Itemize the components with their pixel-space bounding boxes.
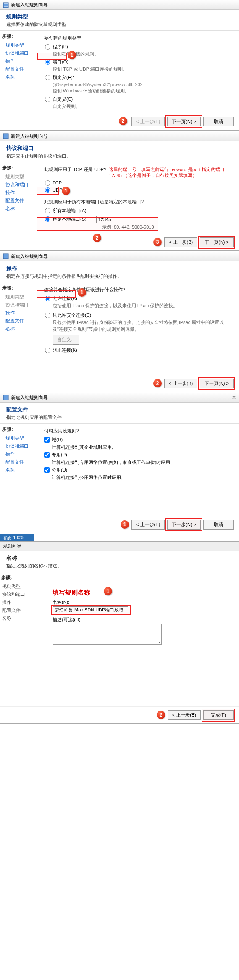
close-icon[interactable]: ✕ xyxy=(232,395,236,400)
wizard-panel-protocol-port: 新建入站规则向导 协议和端口 指定应用此规则的协议和端口。 步骤: 规则类型 协… xyxy=(0,132,239,251)
annot-badge-1: 1 xyxy=(78,288,86,297)
annot-badge-2: 2 xyxy=(119,117,127,125)
page-title: 名称 xyxy=(6,554,233,562)
titlebar: 规则向导 xyxy=(0,542,239,551)
checkbox-domain[interactable] xyxy=(44,437,50,443)
steps-sidebar: 步骤: 规则类型 协议和端口 操作 配置文件 名称 xyxy=(0,424,38,516)
next-button[interactable]: 下一页(N) > xyxy=(200,237,234,247)
back-button[interactable]: < 上一步(B) xyxy=(131,520,165,530)
page-title: 规则类型 xyxy=(6,13,233,21)
cancel-button[interactable]: 取消 xyxy=(203,520,234,530)
question: 要创建的规则类型 xyxy=(44,35,233,41)
step-profile: 配置文件 xyxy=(2,458,36,466)
annot-badge-2: 2 xyxy=(93,234,101,242)
annot-badge-2: 2 xyxy=(157,711,165,719)
checkbox-private[interactable] xyxy=(44,452,50,458)
radio-program[interactable] xyxy=(45,44,50,50)
opt-block[interactable]: 阻止连接(K) xyxy=(45,347,233,353)
steps-header: 步骤: xyxy=(1,574,33,581)
cancel-button[interactable]: 取消 xyxy=(203,117,234,126)
step-proto-port: 协议和端口 xyxy=(2,49,36,57)
svg-rect-1 xyxy=(3,134,8,139)
titlebar: 新建入站规则向导 ✕ xyxy=(0,393,239,403)
next-button[interactable]: 下一页(N) > xyxy=(200,379,234,388)
page-subtitle: 指定此规则应用的配置文件 xyxy=(6,414,233,421)
step-action: 操作 xyxy=(2,189,36,197)
step-action: 操作 xyxy=(1,598,33,606)
back-button[interactable]: < 上一步(B) xyxy=(168,710,201,720)
steps-sidebar: 步骤: 规则类型 协议和端口 操作 配置文件 名称 xyxy=(0,572,34,706)
steps-sidebar: 步骤: 规则类型 协议和端口 操作 配置文件 名称 xyxy=(0,282,38,375)
chk-private[interactable]: 专用(P) xyxy=(44,452,233,458)
radio-spec-ports[interactable] xyxy=(45,216,50,222)
desc-secure: 只包括使用 IPsec 进行身份验证的连接。连接的安全性将依照 IPsec 属性… xyxy=(53,319,233,332)
opt-program[interactable]: 程序(P) xyxy=(45,44,233,50)
next-button[interactable]: 下一页(N) > xyxy=(167,117,201,126)
wizard-panel-name: 规则向导 名称 指定此规则的名称和描述。 步骤: 规则类型 协议和端口 操作 配… xyxy=(0,541,239,724)
opt-predef[interactable]: 预定义(E): xyxy=(45,74,233,81)
radio-all-ports[interactable] xyxy=(45,208,50,213)
radio-predef[interactable] xyxy=(45,75,50,80)
step-proto-port: 协议和端口 xyxy=(2,181,36,189)
zoom-status: 缩放: 100% xyxy=(0,534,34,542)
rule-name-input[interactable] xyxy=(53,606,128,614)
step-rule-type: 规则类型 xyxy=(2,41,36,49)
desc-label: 描述(可选)(D): xyxy=(53,616,233,623)
radio-custom[interactable] xyxy=(45,97,50,102)
next-button[interactable]: 下一步(N) > xyxy=(167,520,201,530)
chk-domain[interactable]: 域(D) xyxy=(44,437,233,443)
page-subtitle: 指定在连接与规则中指定的条件相匹配时要执行的操作。 xyxy=(6,273,233,279)
port-input[interactable] xyxy=(96,216,155,223)
steps-header: 步骤: xyxy=(2,285,36,291)
opt-udp[interactable]: UDP xyxy=(45,187,233,193)
footer: 1 < 上一步(B) 下一步(N) > 取消 xyxy=(0,516,239,533)
page-subtitle: 指定此规则的名称和描述。 xyxy=(6,563,233,569)
desc-predef-path: @%systemroot%\system32\provsvc.dll,-202 xyxy=(53,82,233,88)
customize-button[interactable]: 自定义... xyxy=(53,335,79,345)
opt-tcp[interactable]: TCP xyxy=(45,180,233,186)
header: 操作 指定在连接与规则中指定的条件相匹配时要执行的操作。 xyxy=(0,261,239,282)
steps-header: 步骤: xyxy=(2,426,36,432)
back-button[interactable]: < 上一步(B) xyxy=(164,379,197,388)
titlebar: 新建入站规则向导 xyxy=(0,0,239,10)
finish-button[interactable]: 完成(F) xyxy=(203,710,234,720)
footer: 3 < 上一步(B) 下一页(N) > xyxy=(0,234,239,250)
opt-allow[interactable]: 允许连接(A) xyxy=(45,295,233,302)
radio-secure[interactable] xyxy=(45,313,50,318)
rule-desc-input[interactable] xyxy=(53,624,162,645)
radio-udp[interactable] xyxy=(45,187,50,193)
main-area: 填写规则名称 1 名称(N): 描述(可选)(D): xyxy=(34,572,239,706)
step-rule-type: 规则类型 xyxy=(2,293,36,301)
opt-secure[interactable]: 只允许安全连接(C) xyxy=(45,312,233,319)
opt-spec-ports[interactable]: 特定本地端口(S): xyxy=(45,216,233,223)
step-name: 名称 xyxy=(1,614,33,622)
titlebar: 新建入站规则向导 xyxy=(0,252,239,261)
annot-text: 填写规则名称 xyxy=(53,589,233,597)
opt-custom[interactable]: 自定义(C) xyxy=(45,96,233,103)
annot-badge-3: 3 xyxy=(153,238,162,246)
chk-public[interactable]: 公用(U) xyxy=(44,467,233,473)
step-action: 操作 xyxy=(2,57,36,65)
desc-allow: 包括使用 IPsec 保护的连接，以及未使用 IPsec 保护的连接。 xyxy=(53,303,233,309)
opt-all-ports[interactable]: 所有本地端口(A) xyxy=(45,208,233,214)
radio-tcp[interactable] xyxy=(45,180,50,186)
header: 协议和端口 指定应用此规则的协议和端口。 xyxy=(0,141,239,162)
radio-allow[interactable] xyxy=(45,296,50,301)
radio-block[interactable] xyxy=(45,348,50,353)
wizard-title: 新建入站规则向导 xyxy=(11,253,48,260)
footer: 2 < 上一步(B) 完成(F) xyxy=(0,706,239,723)
annot-badge-1: 1 xyxy=(104,587,112,595)
annot-note: 这里的端口号，填写之前运行 palword 是port 指定的端口 12345 … xyxy=(109,166,233,179)
checkbox-public[interactable] xyxy=(44,467,50,473)
radio-port[interactable] xyxy=(45,59,50,65)
wizard-icon xyxy=(3,395,9,400)
header: 名称 指定此规则的名称和描述。 xyxy=(0,551,239,572)
step-profile: 配置文件 xyxy=(1,606,33,614)
desc-public: 计算机连接到公用网络位置时应用。 xyxy=(52,474,233,481)
wizard-title: 新建入站规则向导 xyxy=(11,2,48,8)
port-example: 示例: 80, 443, 5000-5010 xyxy=(102,224,233,230)
back-button[interactable]: < 上一步(B) xyxy=(164,237,197,247)
back-button[interactable]: < 上一步(B) xyxy=(131,117,165,126)
opt-port[interactable]: 端口(O) xyxy=(45,59,233,65)
page-title: 协议和端口 xyxy=(6,145,233,152)
